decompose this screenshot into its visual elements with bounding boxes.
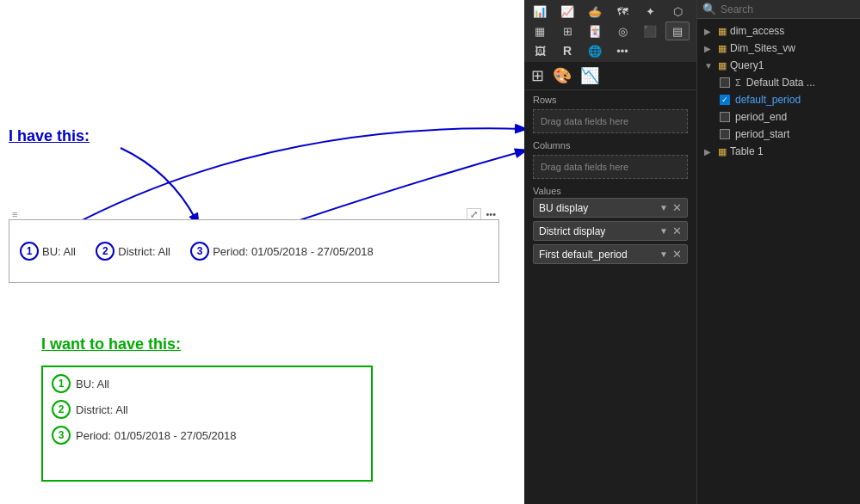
icon-row-2: ▦ ⊞ 🃏 ◎ ⬛ ▤ bbox=[528, 22, 693, 40]
viz-icon-image[interactable]: 🖼 bbox=[528, 41, 552, 60]
slicer-drag-dots: ≡ bbox=[12, 209, 17, 219]
chip-arrow-1: ▼ bbox=[659, 226, 668, 236]
check-default-period[interactable]: ✓ bbox=[720, 95, 730, 105]
search-bar: 🔍 bbox=[697, 0, 860, 19]
right-container: 📊 📈 🥧 🗺 ✦ ⬡ ▦ ⊞ 🃏 ◎ ⬛ ▤ 🖼 R 🌐 • bbox=[524, 0, 860, 504]
viz-icon-map[interactable]: 🗺 bbox=[610, 2, 634, 21]
tree-item-table1[interactable]: ▶ ▦ Table 1 bbox=[697, 143, 860, 160]
table-icon-dim-sites: ▦ bbox=[718, 43, 727, 54]
viz-icon-matrix[interactable]: ⊞ bbox=[555, 22, 579, 40]
viz-icon-line[interactable]: 📈 bbox=[555, 2, 579, 21]
chip-close-2[interactable]: ✕ bbox=[672, 248, 682, 261]
viz-icon-scatter[interactable]: ✦ bbox=[638, 2, 662, 21]
have-this-label: I have this: bbox=[9, 127, 90, 145]
slicer-item-1: 1 BU: All bbox=[20, 242, 76, 261]
want-row-1: 1 BU: All bbox=[52, 374, 362, 393]
tree-item-dim-access[interactable]: ▶ ▦ dim_access bbox=[697, 22, 860, 40]
separator-1 bbox=[83, 245, 89, 258]
expand-icon-query1: ▼ bbox=[704, 61, 715, 71]
tree-item-dim-sites[interactable]: ▶ ▦ Dim_Sites_vw bbox=[697, 40, 860, 57]
want-bu-text: BU: All bbox=[76, 378, 109, 390]
viz-panel: 📊 📈 🥧 🗺 ✦ ⬡ ▦ ⊞ 🃏 ◎ ⬛ ▤ 🖼 R 🌐 • bbox=[524, 0, 696, 504]
icon-row-3: 🖼 R 🌐 ••• bbox=[528, 41, 693, 60]
columns-placeholder: Drag data fields here bbox=[541, 162, 628, 172]
want-box: 1 BU: All 2 District: All 3 Period: 01/0… bbox=[41, 366, 373, 482]
tree-child-period-end[interactable]: period_end bbox=[697, 108, 860, 126]
dim-sites-label: Dim_Sites_vw bbox=[730, 42, 795, 54]
period-end-label: period_end bbox=[735, 111, 787, 123]
want-circle-2: 2 bbox=[52, 400, 71, 419]
period-start-label: period_start bbox=[735, 128, 789, 140]
slicer-content: 1 BU: All 2 District: All 3 Period: 01/0… bbox=[20, 242, 374, 261]
check-period-start[interactable] bbox=[720, 129, 730, 139]
chip-close-0[interactable]: ✕ bbox=[672, 201, 682, 214]
viz-icon-gauge[interactable]: ◎ bbox=[610, 22, 634, 40]
format-tab[interactable]: 🎨 bbox=[553, 66, 572, 85]
tree-child-default-data[interactable]: Σ Default Data ... bbox=[697, 74, 860, 91]
chip-arrow-0: ▼ bbox=[659, 203, 668, 212]
want-circle-3: 3 bbox=[52, 426, 71, 445]
want-row-2: 2 District: All bbox=[52, 400, 362, 419]
field-tree: ▶ ▦ dim_access ▶ ▦ Dim_Sites_vw ▼ ▦ Quer… bbox=[697, 19, 860, 163]
slicer-period-text: Period: 01/05/2018 - 27/05/2018 bbox=[213, 245, 373, 258]
slicer-item-2: 2 District: All bbox=[96, 242, 170, 261]
want-district-text: District: All bbox=[76, 403, 128, 416]
slicer-district-text: District: All bbox=[118, 245, 170, 258]
viz-icon-card[interactable]: 🃏 bbox=[583, 22, 607, 40]
viz-icon-slicer[interactable]: ▤ bbox=[665, 22, 690, 40]
circle-1: 1 bbox=[20, 242, 39, 261]
expand-icon-dim-sites: ▶ bbox=[704, 44, 715, 53]
separator-2 bbox=[177, 245, 183, 258]
viz-icon-globe[interactable]: 🌐 bbox=[583, 41, 607, 60]
viz-icon-kpi[interactable]: ⬛ bbox=[638, 22, 662, 40]
values-section: BU display ▼ ✕ District display ▼ ✕ Firs… bbox=[524, 198, 696, 267]
chip-label-2: First default_period bbox=[539, 249, 628, 261]
slicer-box: 1 BU: All 2 District: All 3 Period: 01/0… bbox=[9, 219, 499, 283]
dim-access-label: dim_access bbox=[730, 25, 784, 37]
want-period-text: Period: 01/05/2018 - 27/05/2018 bbox=[76, 429, 236, 442]
value-chip-2[interactable]: First default_period ▼ ✕ bbox=[533, 244, 688, 264]
chip-label-1: District display bbox=[539, 225, 605, 237]
viz-icon-table[interactable]: ▦ bbox=[528, 22, 552, 40]
viz-icon-bar[interactable]: 📊 bbox=[528, 2, 552, 21]
check-default-data[interactable] bbox=[720, 77, 730, 88]
circle-2: 2 bbox=[96, 242, 114, 261]
viz-icon-pie[interactable]: 🥧 bbox=[583, 2, 607, 21]
tree-child-default-period[interactable]: ✓ default_period bbox=[697, 91, 860, 108]
search-input[interactable] bbox=[721, 3, 855, 15]
want-this-label: I want to have this: bbox=[41, 335, 181, 353]
analytics-tab[interactable]: 📉 bbox=[580, 66, 599, 85]
circle-3: 3 bbox=[190, 242, 209, 261]
value-chip-0[interactable]: BU display ▼ ✕ bbox=[533, 198, 688, 218]
check-period-end[interactable] bbox=[720, 112, 730, 122]
table-icon-table1: ▦ bbox=[718, 146, 727, 157]
viz-toolbar: 📊 📈 🥧 🗺 ✦ ⬡ ▦ ⊞ 🃏 ◎ ⬛ ▤ 🖼 R 🌐 • bbox=[524, 0, 696, 62]
viz-icon-r[interactable]: R bbox=[555, 41, 579, 60]
fields-tab[interactable]: ⊞ bbox=[531, 66, 544, 85]
chip-close-1[interactable]: ✕ bbox=[672, 224, 682, 237]
viz-icon-more1[interactable]: ⬡ bbox=[665, 2, 690, 21]
table-icon-query1: ▦ bbox=[718, 60, 727, 71]
chip-right-0: ▼ ✕ bbox=[659, 201, 682, 214]
table1-label: Table 1 bbox=[730, 145, 764, 157]
tree-child-period-start[interactable]: period_start bbox=[697, 126, 860, 143]
slicer-header: ≡ ⤢ ••• bbox=[9, 208, 499, 220]
rows-placeholder: Drag data fields here bbox=[541, 116, 628, 126]
slicer-item-3: 3 Period: 01/05/2018 - 27/05/2018 bbox=[190, 242, 373, 261]
rows-drag-area[interactable]: Drag data fields here bbox=[533, 109, 688, 133]
value-chip-1[interactable]: District display ▼ ✕ bbox=[533, 221, 688, 241]
slicer-more-icon[interactable]: ••• bbox=[486, 209, 496, 219]
fields-panel: 🔍 ▶ ▦ dim_access ▶ ▦ Dim_Sites_vw ▼ ▦ Qu… bbox=[696, 0, 860, 504]
icon-row-1: 📊 📈 🥧 🗺 ✦ ⬡ bbox=[528, 2, 693, 21]
special-icon: Σ bbox=[735, 77, 741, 88]
left-panel: I have this: ≡ ⤢ ••• 1 BU: All bbox=[0, 0, 525, 504]
viz-icon-more2[interactable]: ••• bbox=[610, 41, 634, 60]
values-label: Values bbox=[524, 181, 696, 198]
want-circle-1: 1 bbox=[52, 374, 71, 393]
tree-item-query1[interactable]: ▼ ▦ Query1 bbox=[697, 57, 860, 74]
columns-drag-area[interactable]: Drag data fields here bbox=[533, 155, 688, 179]
search-icon: 🔍 bbox=[702, 3, 716, 15]
viz-tab-row: ⊞ 🎨 📉 bbox=[524, 62, 696, 90]
chip-right-1: ▼ ✕ bbox=[659, 224, 682, 237]
chip-right-2: ▼ ✕ bbox=[659, 248, 682, 261]
